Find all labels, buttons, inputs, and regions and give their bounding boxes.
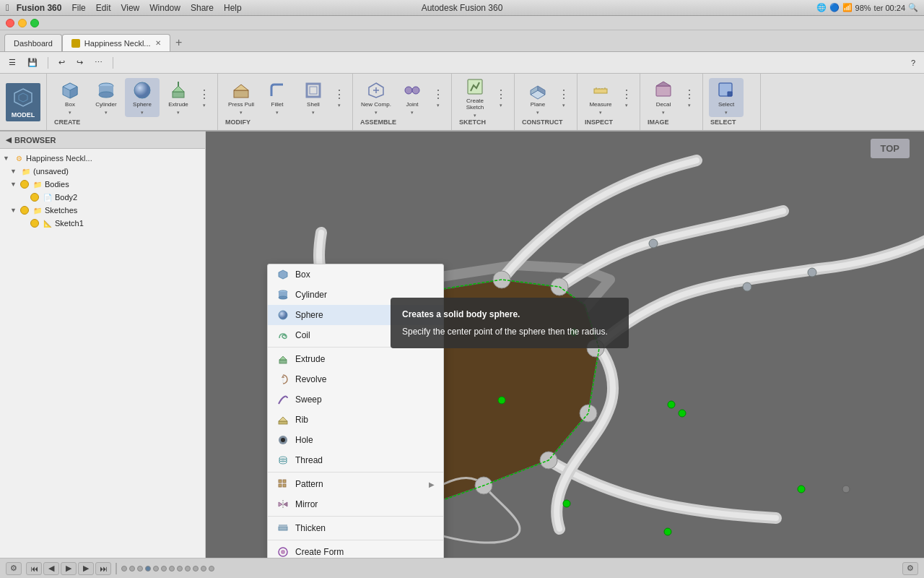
sketch1-icon: 📐 — [42, 218, 53, 228]
settings-btn[interactable]: ⚙ — [6, 562, 22, 575]
tool-extrude[interactable]: Extrude ▾ — [161, 78, 196, 117]
menu-item-mirror[interactable]: Mirror — [268, 494, 443, 514]
status-settings-btn[interactable]: ⚙ — [902, 562, 918, 575]
tree-item-unsaved[interactable]: ▼ 📁 (unsaved) — [0, 165, 205, 178]
menu-share[interactable]: Share — [191, 3, 214, 13]
construct-more-button[interactable]: ⋮ ▾ — [557, 78, 571, 117]
menu-item-extrude[interactable]: Extrude — [268, 349, 443, 369]
menu-item-revolve[interactable]: Revolve — [268, 369, 443, 389]
play-prev-button[interactable]: ⏮ — [26, 562, 42, 575]
play-button[interactable]: ▶ — [61, 562, 77, 575]
menu-item-pattern[interactable]: Pattern ▶ — [268, 474, 443, 494]
more-button[interactable]: ⋯ — [92, 56, 105, 69]
sketch-more-button[interactable]: ⋮ ▾ — [494, 78, 508, 117]
play-forward-button[interactable]: ▶ — [78, 562, 94, 575]
tool-decal[interactable]: Decal ▾ — [646, 78, 681, 117]
undo-button[interactable]: ↩ — [56, 56, 68, 69]
tool-create-sketch[interactable]: Create Sketch ▾ — [458, 78, 492, 117]
modify-more-button[interactable]: ⋮ ▾ — [332, 78, 346, 117]
tree-item-root[interactable]: ▼ ⚙ Happiness Neckl... — [0, 152, 205, 165]
tab-close-button[interactable]: ✕ — [155, 39, 161, 47]
create-more-icon: ⋮ — [199, 87, 210, 101]
tree-item-sketch1[interactable]: 📐 Sketch1 — [0, 217, 205, 230]
menu-item-box[interactable]: Box — [268, 264, 443, 285]
grid-menu-button[interactable]: ☰ — [6, 56, 19, 69]
body2-label: Body2 — [55, 193, 77, 202]
menu-item-rib[interactable]: Rib — [268, 410, 443, 430]
image-more-button[interactable]: ⋮ ▾ — [682, 78, 697, 117]
timeline-marker[interactable] — [161, 566, 167, 571]
menu-edit[interactable]: Edit — [96, 3, 111, 13]
inspect-more-button[interactable]: ⋮ ▾ — [619, 78, 634, 117]
tool-fillet[interactable]: Fillet ▾ — [260, 78, 295, 117]
help-button[interactable]: ? — [908, 57, 918, 69]
tool-press-pull[interactable]: Press Pull ▾ — [224, 78, 258, 117]
close-button[interactable] — [6, 19, 14, 27]
menu-item-hole[interactable]: Hole — [268, 430, 443, 450]
timeline-marker[interactable] — [121, 566, 127, 571]
tree-item-sketches[interactable]: ▼ 📁 Sketches — [0, 204, 205, 217]
timeline-marker[interactable] — [193, 566, 199, 571]
maximize-button[interactable] — [30, 19, 39, 27]
tool-new-component[interactable]: New Comp. ▾ — [359, 78, 393, 117]
revolve-menu-label: Revolve — [295, 374, 326, 384]
tool-sphere[interactable]: Sphere ▾ — [125, 78, 160, 117]
svg-rect-25 — [594, 89, 607, 93]
tool-select[interactable]: Select ▾ — [709, 78, 744, 117]
menu-window[interactable]: Window — [149, 3, 180, 13]
tab-dashboard[interactable]: Dashboard — [4, 34, 62, 51]
svg-point-66 — [279, 296, 287, 299]
tree-item-body2[interactable]: 📄 Body2 — [0, 191, 205, 204]
timeline-marker[interactable] — [145, 566, 151, 571]
assemble-section-label: ASSEMBLE — [359, 118, 396, 126]
model-badge[interactable]: MODEL — [6, 83, 40, 121]
minimize-button[interactable] — [18, 19, 27, 27]
create-tools: Box ▾ Cylinder ▾ — [53, 77, 212, 118]
menu-view[interactable]: View — [121, 3, 139, 13]
inspect-more-icon: ⋮ — [621, 87, 632, 101]
menu-fusion360[interactable]: Fusion 360 — [17, 3, 62, 13]
timeline-marker[interactable] — [169, 566, 175, 571]
timeline-marker[interactable] — [177, 566, 183, 571]
timeline-marker[interactable] — [209, 566, 214, 571]
tool-shell[interactable]: Shell ▾ — [296, 78, 331, 117]
status-left: ⚙ ⏮ ◀ ▶ ▶ ⏭ — [6, 562, 214, 575]
redo-button[interactable]: ↪ — [74, 56, 86, 69]
timeline-marker[interactable] — [129, 566, 135, 571]
app-title: Autodesk Fusion 360 — [422, 3, 503, 13]
tab-project[interactable]: Happiness Neckl... ✕ — [62, 34, 170, 51]
viewport[interactable]: TOP Box — [206, 131, 924, 558]
menu-item-thread[interactable]: Thread — [268, 450, 443, 470]
body2-icon: 📄 — [42, 192, 53, 202]
tool-measure[interactable]: Measure ▾ — [583, 78, 618, 117]
measure-icon — [590, 79, 611, 100]
menu-item-create-form[interactable]: Create Form — [268, 542, 443, 558]
tree-item-bodies[interactable]: ▼ 📁 Bodies — [0, 178, 205, 191]
save-button[interactable]: 💾 — [25, 56, 40, 69]
menu-item-sweep[interactable]: Sweep — [268, 389, 443, 410]
main-area: ◀ BROWSER ▼ ⚙ Happiness Neckl... ▼ 📁 (un… — [0, 131, 924, 558]
timeline-marker[interactable] — [201, 566, 206, 571]
menu-item-thicken[interactable]: Thicken — [268, 518, 443, 538]
ribbon-section-sketch: Create Sketch ▾ ⋮ ▾ SKETCH — [452, 74, 515, 130]
timeline-marker[interactable] — [137, 566, 143, 571]
create-more-button[interactable]: ⋮ ▾ — [197, 78, 212, 117]
play-back-button[interactable]: ◀ — [43, 562, 59, 575]
assemble-more-button[interactable]: ⋮ ▾ — [431, 78, 445, 117]
menu-file[interactable]: File — [71, 3, 85, 13]
tab-project-label: Happiness Neckl... — [84, 39, 151, 48]
play-next-button[interactable]: ⏭ — [95, 562, 111, 575]
new-tab-button[interactable]: + — [170, 34, 188, 51]
svg-point-8 — [134, 82, 150, 98]
create-section-label: CREATE — [53, 118, 80, 126]
timeline-marker[interactable] — [185, 566, 191, 571]
tool-box[interactable]: Box ▾ — [53, 78, 87, 117]
tool-plane[interactable]: Plane ▾ — [520, 78, 555, 117]
menu-help[interactable]: Help — [224, 3, 242, 13]
tool-joint[interactable]: Joint ▾ — [395, 78, 430, 117]
svg-point-60 — [808, 268, 816, 277]
tool-cylinder[interactable]: Cylinder ▾ — [89, 78, 123, 117]
timeline-marker[interactable] — [153, 566, 159, 571]
svg-point-53 — [563, 500, 570, 507]
browser-toggle[interactable]: ◀ — [6, 136, 12, 144]
